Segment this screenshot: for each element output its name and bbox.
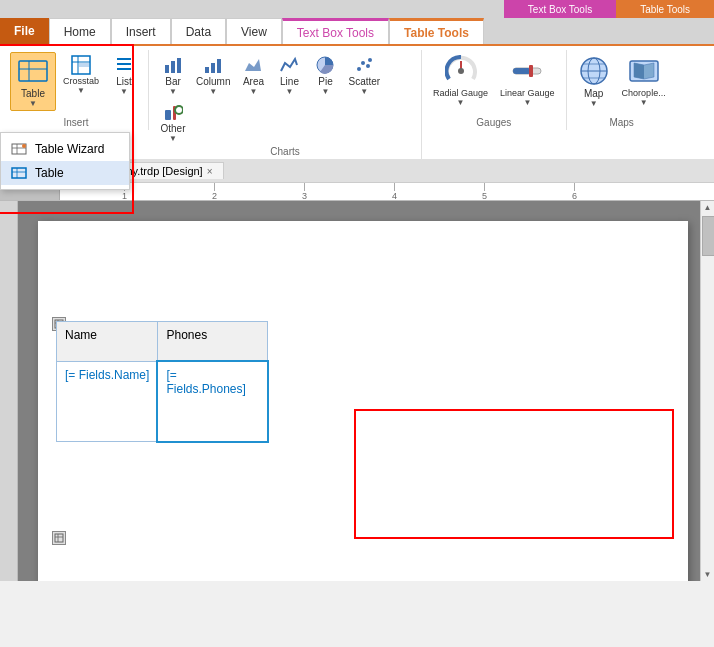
bar-chart-button[interactable]: Bar ▼	[155, 52, 191, 99]
radial-gauge-icon	[445, 55, 477, 87]
table-dropdown-panel: Table Wizard Table	[0, 132, 130, 190]
svg-point-18	[357, 67, 361, 71]
tab-textbox-tools[interactable]: Text Box Tools	[282, 18, 389, 44]
data-cell-name[interactable]: [= Fields.Name]	[57, 362, 158, 442]
context-tab-textbox-tools[interactable]: Text Box Tools	[504, 0, 616, 18]
report-page: Name Phones [= Fields.Name] [= Fields.Ph…	[38, 221, 688, 581]
choropleth-button[interactable]: Chorople... ▼	[617, 52, 671, 110]
table-header-row: Name Phones	[57, 322, 268, 362]
other-chart-button[interactable]: Other ▼	[155, 99, 191, 146]
scroll-down-arrow[interactable]: ▼	[701, 568, 714, 581]
line-chart-icon	[279, 55, 299, 75]
scatter-chart-icon	[354, 55, 374, 75]
table-wizard-item[interactable]: Table Wizard	[1, 137, 129, 161]
svg-rect-42	[12, 168, 26, 178]
tab-table-tools[interactable]: Table Tools	[389, 18, 484, 44]
column-chart-button[interactable]: Column ▼	[191, 52, 235, 99]
list-icon	[114, 55, 134, 75]
table-wizard-icon	[9, 141, 29, 157]
table-icon	[17, 55, 49, 87]
table-button[interactable]: Table ▼	[10, 52, 56, 111]
area-chart-button[interactable]: Area ▼	[235, 52, 271, 99]
tab-insert[interactable]: Insert	[111, 18, 171, 44]
tab-file[interactable]: File	[0, 18, 49, 44]
svg-point-26	[458, 68, 464, 74]
table-data-row: [= Fields.Name] [= Fields.Phones]	[57, 362, 268, 442]
svg-rect-12	[177, 58, 181, 73]
crosstab-icon	[71, 55, 91, 75]
bar-chart-icon	[163, 55, 183, 75]
pie-chart-button[interactable]: Pie ▼	[307, 52, 343, 99]
scroll-up-arrow[interactable]: ▲	[701, 201, 714, 214]
svg-rect-29	[529, 65, 533, 77]
choropleth-icon	[628, 55, 660, 87]
report-table: Name Phones [= Fields.Name] [= Fields.Ph…	[56, 321, 268, 442]
table-handle-bottom[interactable]	[52, 531, 66, 545]
radial-gauge-button[interactable]: Radial Gauge ▼	[428, 52, 493, 110]
svg-rect-28	[513, 68, 531, 74]
vertical-scrollbar[interactable]: ▲ ▼	[700, 201, 714, 581]
ribbon-group-gauges: Radial Gauge ▼ Linear Gauge ▼ Gauges	[422, 50, 567, 130]
header-cell-name[interactable]: Name	[57, 322, 158, 362]
svg-point-41	[22, 144, 26, 148]
tab-view[interactable]: View	[226, 18, 282, 44]
other-chart-icon	[163, 102, 183, 122]
doc-tab-close[interactable]: ×	[207, 166, 213, 177]
tab-home[interactable]: Home	[49, 18, 111, 44]
svg-rect-10	[165, 65, 169, 73]
header-cell-phones[interactable]: Phones	[158, 322, 268, 362]
svg-rect-22	[165, 110, 171, 120]
table-item[interactable]: Table	[1, 161, 129, 185]
scatter-chart-button[interactable]: Scatter ▼	[343, 52, 385, 99]
svg-point-19	[361, 61, 365, 65]
svg-rect-48	[55, 534, 63, 542]
data-cell-phones[interactable]: [= Fields.Phones]	[158, 362, 268, 442]
list-button[interactable]: List ▼	[106, 52, 142, 99]
ribbon-group-maps: Map ▼ Chorople... ▼ Maps	[567, 50, 677, 130]
ribbon-group-insert: Table ▼ Crosstab ▼	[4, 50, 149, 130]
phones-red-selection	[354, 409, 674, 539]
svg-rect-0	[19, 61, 47, 81]
context-tab-table-tools[interactable]: Table Tools	[616, 0, 714, 18]
pie-chart-icon	[315, 55, 335, 75]
linear-gauge-button[interactable]: Linear Gauge ▼	[495, 52, 560, 110]
linear-gauge-icon	[511, 55, 543, 87]
svg-point-20	[366, 64, 370, 68]
svg-rect-14	[211, 63, 215, 73]
svg-marker-37	[634, 63, 644, 79]
svg-marker-16	[245, 59, 261, 71]
vertical-ruler	[0, 201, 18, 581]
scroll-thumb[interactable]	[702, 216, 714, 256]
ribbon-group-charts: Bar ▼ Column ▼	[149, 50, 422, 159]
table-small-icon	[9, 165, 29, 181]
svg-rect-11	[171, 61, 175, 73]
line-chart-button[interactable]: Line ▼	[271, 52, 307, 99]
design-canvas: Name Phones [= Fields.Name] [= Fields.Ph…	[18, 201, 700, 581]
area-chart-icon	[243, 55, 263, 75]
map-icon	[578, 55, 610, 87]
column-chart-icon	[203, 55, 223, 75]
svg-point-24	[175, 106, 183, 114]
svg-rect-13	[205, 67, 209, 73]
map-button[interactable]: Map ▼	[573, 52, 615, 111]
svg-rect-15	[217, 59, 221, 73]
crosstab-button[interactable]: Crosstab ▼	[58, 52, 104, 98]
tab-data[interactable]: Data	[171, 18, 226, 44]
svg-point-21	[368, 58, 372, 62]
svg-rect-6	[79, 63, 89, 67]
